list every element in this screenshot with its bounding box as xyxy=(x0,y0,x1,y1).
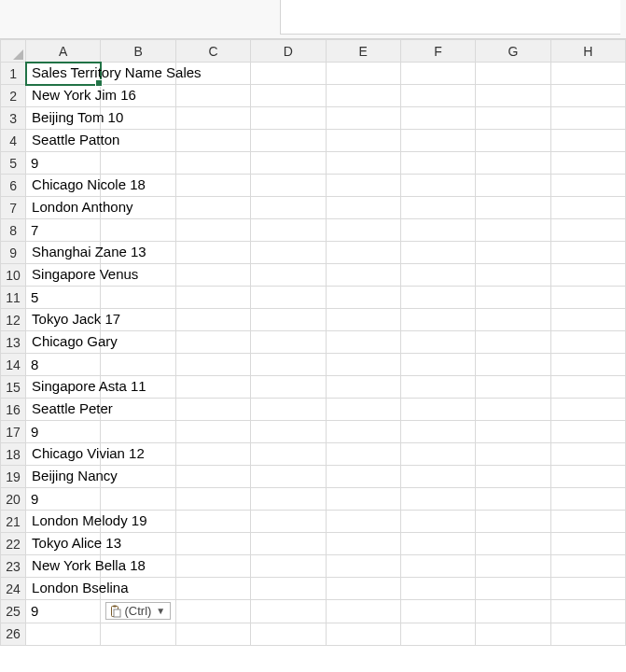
cell-E21[interactable] xyxy=(326,511,400,533)
cell-A8[interactable]: 7 xyxy=(26,219,101,242)
cell-A18[interactable]: Chicago Vivian 12 xyxy=(26,443,101,466)
cell-D1[interactable] xyxy=(251,63,326,85)
cell-C1[interactable] xyxy=(175,63,250,85)
row-header-5[interactable]: 5 xyxy=(1,152,26,175)
cell-C3[interactable] xyxy=(175,107,250,130)
cell-E25[interactable] xyxy=(326,600,400,623)
cell-C16[interactable] xyxy=(175,399,250,421)
cell-E2[interactable] xyxy=(326,85,400,107)
cell-H6[interactable] xyxy=(550,175,625,197)
cell-H7[interactable] xyxy=(550,197,625,219)
cell-C26[interactable] xyxy=(175,623,250,645)
cell-B20[interactable] xyxy=(101,488,175,511)
cell-F22[interactable] xyxy=(400,533,475,555)
cell-H14[interactable] xyxy=(550,354,625,376)
cell-G16[interactable] xyxy=(476,399,550,421)
spreadsheet-grid[interactable]: ABCDEFGH 1Sales Territory Name Sales2New… xyxy=(0,39,626,646)
cell-D26[interactable] xyxy=(251,623,326,645)
cell-C21[interactable] xyxy=(175,511,250,533)
cell-H19[interactable] xyxy=(550,466,625,488)
cell-A14[interactable]: 8 xyxy=(26,354,101,376)
row-header-1[interactable]: 1 xyxy=(1,63,26,85)
cell-A1[interactable]: Sales Territory Name Sales xyxy=(26,63,101,85)
cell-E7[interactable] xyxy=(326,197,400,219)
cell-H11[interactable] xyxy=(550,287,625,309)
cell-F15[interactable] xyxy=(400,376,475,399)
cell-F9[interactable] xyxy=(400,242,475,264)
cell-D17[interactable] xyxy=(251,421,326,443)
cell-D7[interactable] xyxy=(251,197,326,219)
cell-B17[interactable] xyxy=(101,421,175,443)
cell-E24[interactable] xyxy=(326,578,400,600)
column-header-E[interactable]: E xyxy=(326,40,400,63)
cell-C2[interactable] xyxy=(175,85,250,107)
cell-D13[interactable] xyxy=(251,331,326,354)
cell-E9[interactable] xyxy=(326,242,400,264)
column-header-F[interactable]: F xyxy=(400,40,475,63)
cell-B6[interactable] xyxy=(101,175,175,197)
cell-G10[interactable] xyxy=(476,264,550,287)
cell-A15[interactable]: Singapore Asta 11 xyxy=(26,376,101,399)
column-header-A[interactable]: A xyxy=(26,40,101,63)
cell-D8[interactable] xyxy=(251,219,326,242)
cell-B23[interactable] xyxy=(101,555,175,578)
row-header-7[interactable]: 7 xyxy=(1,197,26,219)
cell-B10[interactable] xyxy=(101,264,175,287)
cell-B14[interactable] xyxy=(101,354,175,376)
cell-F1[interactable] xyxy=(400,63,475,85)
cell-B4[interactable] xyxy=(101,130,175,152)
cell-F18[interactable] xyxy=(400,443,475,466)
cell-H24[interactable] xyxy=(550,578,625,600)
cell-E13[interactable] xyxy=(326,331,400,354)
column-header-D[interactable]: D xyxy=(251,40,326,63)
cell-A3[interactable]: Beijing Tom 10 xyxy=(26,107,101,130)
cell-A9[interactable]: Shanghai Zane 13 xyxy=(26,242,101,264)
cell-E19[interactable] xyxy=(326,466,400,488)
cell-F4[interactable] xyxy=(400,130,475,152)
cell-E10[interactable] xyxy=(326,264,400,287)
cell-G6[interactable] xyxy=(476,175,550,197)
row-header-23[interactable]: 23 xyxy=(1,555,26,578)
cell-G1[interactable] xyxy=(476,63,550,85)
cell-B18[interactable] xyxy=(101,443,175,466)
cell-C20[interactable] xyxy=(175,488,250,511)
cell-C23[interactable] xyxy=(175,555,250,578)
cell-A20[interactable]: 9 xyxy=(26,488,101,511)
row-header-16[interactable]: 16 xyxy=(1,399,26,421)
cell-B12[interactable] xyxy=(101,309,175,331)
cell-F10[interactable] xyxy=(400,264,475,287)
cell-D10[interactable] xyxy=(251,264,326,287)
cell-A25[interactable]: 9 xyxy=(26,600,101,623)
cell-F2[interactable] xyxy=(400,85,475,107)
cell-B11[interactable] xyxy=(101,287,175,309)
cell-F16[interactable] xyxy=(400,399,475,421)
row-header-26[interactable]: 26 xyxy=(1,623,26,645)
cell-C7[interactable] xyxy=(175,197,250,219)
cell-H18[interactable] xyxy=(550,443,625,466)
cell-D23[interactable] xyxy=(251,555,326,578)
cell-H5[interactable] xyxy=(550,152,625,175)
cell-D18[interactable] xyxy=(251,443,326,466)
cell-A21[interactable]: London Melody 19 xyxy=(26,511,101,533)
cell-G24[interactable] xyxy=(476,578,550,600)
cell-G26[interactable] xyxy=(476,623,550,645)
cell-B26[interactable] xyxy=(101,623,175,645)
cell-E20[interactable] xyxy=(326,488,400,511)
cell-F5[interactable] xyxy=(400,152,475,175)
cell-F19[interactable] xyxy=(400,466,475,488)
cell-H20[interactable] xyxy=(550,488,625,511)
cell-A16[interactable]: Seattle Peter xyxy=(26,399,101,421)
cell-E5[interactable] xyxy=(326,152,400,175)
cell-F20[interactable] xyxy=(400,488,475,511)
cell-C5[interactable] xyxy=(175,152,250,175)
cell-F24[interactable] xyxy=(400,578,475,600)
cell-C22[interactable] xyxy=(175,533,250,555)
column-header-C[interactable]: C xyxy=(175,40,250,63)
cell-A17[interactable]: 9 xyxy=(26,421,101,443)
cell-F14[interactable] xyxy=(400,354,475,376)
row-header-20[interactable]: 20 xyxy=(1,488,26,511)
cell-E12[interactable] xyxy=(326,309,400,331)
row-header-22[interactable]: 22 xyxy=(1,533,26,555)
cell-C14[interactable] xyxy=(175,354,250,376)
cell-F17[interactable] xyxy=(400,421,475,443)
